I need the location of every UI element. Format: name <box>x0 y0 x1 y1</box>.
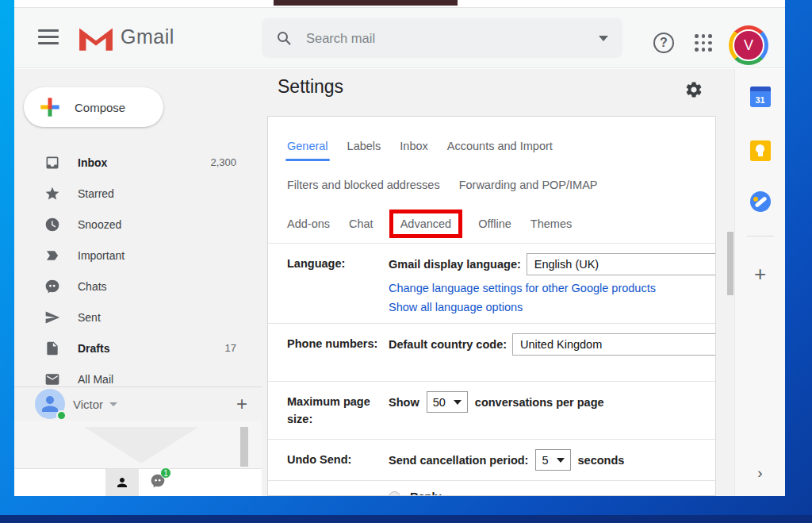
setting-label: Undo Send: <box>287 449 389 471</box>
tab-offline[interactable]: Offline <box>478 217 511 230</box>
dropdown-caret-icon <box>454 400 462 405</box>
chat-badge: 1 <box>160 467 171 479</box>
scrollbar-thumb[interactable] <box>240 427 248 467</box>
tab-add-ons[interactable]: Add-ons <box>287 217 330 230</box>
sidebar-item-chats[interactable]: Chats <box>14 271 262 302</box>
avatar-initial: V <box>733 29 764 61</box>
person-icon <box>115 475 129 490</box>
setting-row-undo-send: Undo Send: Send cancellation period: 5 s… <box>268 439 715 480</box>
conversations-tab[interactable]: 1 <box>150 473 166 492</box>
collapse-panel-chevron-icon[interactable]: › <box>735 464 785 482</box>
search-options-caret-icon[interactable] <box>599 36 608 41</box>
setting-label: Phone numbers: <box>287 333 389 371</box>
radio-label: Reply <box>410 490 442 496</box>
tab-forwarding[interactable]: Forwarding and POP/IMAP <box>459 179 598 191</box>
field-label: Send cancellation period: <box>389 454 528 467</box>
gmail-header: Gmail Search mail ? V <box>14 7 785 68</box>
calendar-icon[interactable]: 31 <box>750 87 771 107</box>
sidebar-item-label: Drafts <box>78 342 109 355</box>
field-suffix: conversations per page <box>475 396 604 409</box>
important-icon <box>44 248 60 263</box>
account-avatar[interactable]: V <box>729 25 768 65</box>
send-icon <box>44 310 60 325</box>
gmail-window: Gmail Search mail ? V Compose Inbox 2,30… <box>14 0 785 496</box>
tab-labels[interactable]: Labels <box>347 140 381 152</box>
tab-advanced[interactable]: Advanced <box>400 217 452 230</box>
sidebar-item-label: All Mail <box>78 373 113 386</box>
right-sidebar: 31 + › <box>734 69 785 496</box>
draft-count: 17 <box>225 342 236 354</box>
gmail-logo-icon <box>78 24 114 56</box>
page-size-select[interactable]: 50 <box>427 391 468 413</box>
setting-row-phone-numbers: Phone numbers: Default country code: Uni… <box>268 323 715 381</box>
keep-icon[interactable] <box>750 140 771 161</box>
hangouts-contact-area <box>14 421 262 468</box>
page-title: Settings <box>278 76 343 98</box>
field-label: Show <box>389 396 419 409</box>
sidebar-item-label: Important <box>78 249 124 262</box>
sidebar-item-snoozed[interactable]: Snoozed <box>14 209 262 240</box>
country-code-select[interactable]: United Kingdom <box>512 333 716 356</box>
apps-grid-icon[interactable] <box>695 34 712 52</box>
sidebar-nav: Inbox 2,300 Starred Snoozed Important Ch… <box>14 147 262 386</box>
contacts-tab[interactable] <box>105 469 139 497</box>
sidebar-item-label: Chats <box>78 280 107 293</box>
settings-gear-icon[interactable] <box>684 80 703 102</box>
sidebar-item-drafts[interactable]: Drafts 17 <box>14 333 262 363</box>
settings-tabs: General Labels Inbox Accounts and Import… <box>268 117 715 243</box>
clock-icon <box>44 217 60 233</box>
star-icon <box>44 186 60 202</box>
hangouts-watermark-chevron <box>84 427 198 463</box>
setting-label: Maximum page size: <box>287 391 389 429</box>
setting-label: Language: <box>287 253 389 313</box>
cancellation-period-select[interactable]: 5 <box>535 449 570 471</box>
sidebar-item-label: Inbox <box>78 156 107 169</box>
help-icon[interactable]: ? <box>653 33 674 53</box>
tasks-icon[interactable] <box>750 191 771 212</box>
tab-themes[interactable]: Themes <box>530 217 572 230</box>
sidebar-item-starred[interactable]: Starred <box>14 178 262 209</box>
profile-avatar[interactable] <box>35 389 65 419</box>
tab-general[interactable]: General <box>287 140 328 152</box>
plus-icon <box>38 95 62 119</box>
scrollbar-thumb[interactable] <box>727 232 733 295</box>
compose-button[interactable]: Compose <box>24 87 163 127</box>
sidebar-item-label: Sent <box>78 311 101 324</box>
setting-label: Default reply <box>287 490 389 496</box>
sidebar-item-sent[interactable]: Sent <box>14 302 262 333</box>
tab-filters[interactable]: Filters and blocked addresses <box>287 179 440 191</box>
field-label: Gmail display language: <box>389 258 521 271</box>
sidebar-item-inbox[interactable]: Inbox 2,300 <box>14 147 262 178</box>
reply-radio[interactable] <box>389 491 400 497</box>
hangouts-toolbar: 1 <box>14 468 262 496</box>
field-label: Default country code: <box>389 338 507 351</box>
field-suffix: seconds <box>578 454 625 467</box>
display-language-select[interactable]: English (UK) <box>527 253 716 275</box>
tab-accounts-and-import[interactable]: Accounts and Import <box>447 140 553 152</box>
mail-icon <box>44 371 60 387</box>
rail-divider <box>747 236 774 237</box>
sidebar-item-label: Starred <box>78 187 114 200</box>
setting-row-page-size: Maximum page size: Show 50 conversations… <box>268 381 715 439</box>
online-status-dot <box>56 410 67 421</box>
hamburger-menu-icon[interactable] <box>38 29 60 47</box>
profile-caret-icon[interactable] <box>109 402 117 406</box>
search-input[interactable]: Search mail <box>262 18 622 58</box>
inbox-icon <box>44 155 60 171</box>
settings-panel: General Labels Inbox Accounts and Import… <box>267 116 716 496</box>
get-add-ons-button[interactable]: + <box>735 262 785 286</box>
tab-inbox[interactable]: Inbox <box>400 140 427 152</box>
search-icon <box>276 30 292 46</box>
top-dark-bar <box>274 0 458 6</box>
frame-bottom-shade <box>0 515 812 523</box>
tab-chat[interactable]: Chat <box>349 217 373 230</box>
search-placeholder: Search mail <box>306 31 599 46</box>
show-language-options-link[interactable]: Show all language options <box>389 301 715 313</box>
sidebar-item-all-mail[interactable]: All Mail <box>14 363 262 386</box>
setting-row-default-reply: Default reply Reply <box>268 480 715 496</box>
sidebar-item-important[interactable]: Important <box>14 240 262 271</box>
chat-icon <box>44 279 60 294</box>
profile-name[interactable]: Victor <box>73 398 103 411</box>
new-conversation-button[interactable]: + <box>236 396 247 412</box>
change-language-link[interactable]: Change language settings for other Googl… <box>389 282 715 294</box>
